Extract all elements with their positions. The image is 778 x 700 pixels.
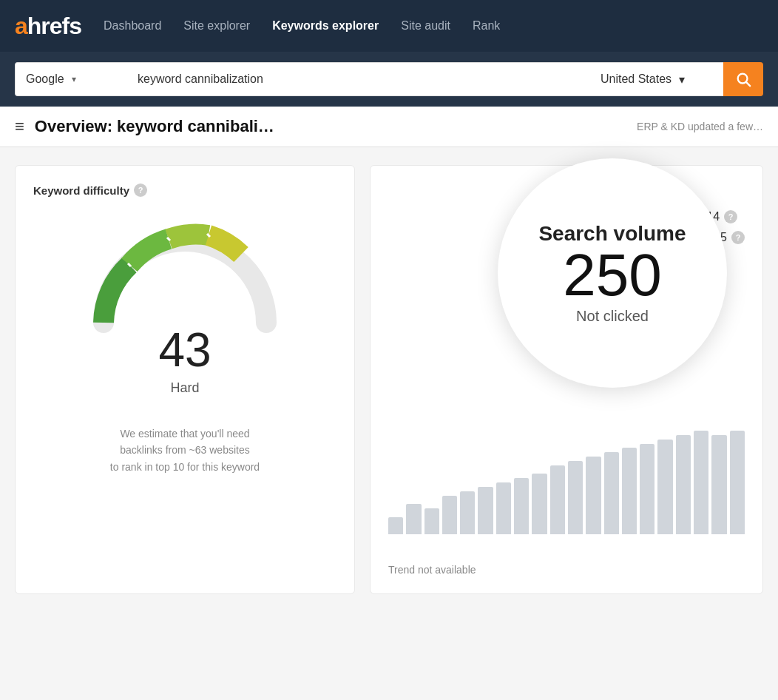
trend-bar-item: [424, 508, 439, 534]
svg-line-1: [746, 82, 750, 86]
nav-keywords-explorer[interactable]: Keywords explorer: [272, 16, 379, 36]
trend-bar-item: [586, 457, 601, 534]
trend-bar-item: [514, 478, 529, 534]
trend-bar-item: [568, 461, 583, 534]
kd-help-icon[interactable]: ?: [134, 184, 147, 197]
trend-chart: [388, 416, 745, 534]
engine-label: Google: [26, 73, 64, 86]
country-chevron: ▾: [679, 73, 685, 87]
cps-help-icon[interactable]: ?: [731, 231, 745, 244]
sv-popup-number: 250: [563, 246, 661, 305]
kd-label: Keyword difficulty ?: [33, 184, 336, 197]
nav-rank[interactable]: Rank: [473, 16, 500, 36]
sv-card: Search volume 250 Not clicked RR 1.14 ? …: [370, 165, 763, 594]
trend-bar-item: [442, 496, 457, 535]
nav-site-audit[interactable]: Site audit: [401, 16, 450, 36]
search-button[interactable]: [723, 62, 763, 96]
kd-score: 43: [158, 323, 211, 377]
trend-bar-item: [406, 504, 421, 534]
trend-bar-item: [496, 482, 511, 534]
trend-bar-item: [478, 487, 493, 534]
engine-select[interactable]: Google ▾: [15, 62, 126, 96]
page-title: Overview: keyword cannibali…: [35, 117, 274, 136]
page-header: ≡ Overview: keyword cannibali… ERP & KD …: [0, 107, 778, 147]
page-header-left: ≡ Overview: keyword cannibali…: [15, 117, 274, 136]
trend-bar-item: [388, 517, 403, 534]
logo-prefix: a: [15, 13, 27, 39]
kd-card: Keyword difficulty ? 43: [15, 165, 355, 594]
nav-links: Dashboard Site explorer Keywords explore…: [104, 16, 763, 36]
update-notice: ERP & KD updated a few…: [637, 121, 763, 132]
kd-score-label: Hard: [170, 380, 199, 396]
trend-bar-item: [604, 452, 619, 534]
country-label: United States: [601, 73, 672, 86]
trend-bar-item: [657, 440, 672, 534]
country-select[interactable]: United States ▾: [590, 62, 723, 96]
gauge-container: 43 Hard: [33, 219, 336, 396]
trend-bar-item: [460, 491, 475, 534]
main-content: Keyword difficulty ? 43: [0, 147, 778, 612]
trend-bar-item: [676, 435, 691, 534]
trend-bar-item: [622, 448, 637, 534]
logo[interactable]: ahrefs: [15, 13, 81, 40]
navbar: ahrefs Dashboard Site explorer Keywords …: [0, 0, 778, 52]
logo-brand: hrefs: [27, 13, 81, 39]
nav-dashboard[interactable]: Dashboard: [104, 16, 161, 36]
search-bar: Google ▾ United States ▾: [0, 52, 778, 107]
hamburger-icon[interactable]: ≡: [15, 117, 24, 136]
search-icon: [735, 71, 751, 87]
keyword-input[interactable]: [126, 62, 590, 96]
trend-bar-item: [730, 431, 745, 534]
trend-bar-item: [640, 444, 654, 535]
engine-chevron: ▾: [72, 74, 76, 84]
nav-site-explorer[interactable]: Site explorer: [183, 16, 250, 36]
trend-bar-item: [694, 431, 708, 534]
trend-bar-item: [532, 474, 547, 534]
trend-bar-item: [550, 465, 565, 534]
trend-label: Trend not available: [388, 564, 476, 576]
gauge-chart: [89, 219, 281, 337]
kd-footer: We estimate that you'll need backlinks f…: [33, 425, 336, 475]
rr-help-icon[interactable]: ?: [724, 210, 737, 223]
sv-popup-sub: Not clicked: [576, 308, 649, 325]
trend-bar-item: [711, 435, 726, 534]
sv-popup: Search volume 250 Not clicked: [498, 158, 727, 388]
